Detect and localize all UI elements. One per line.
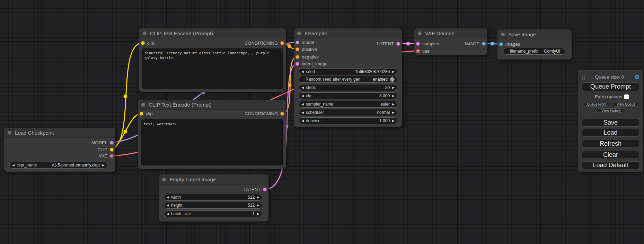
- collapse-dot-icon[interactable]: [8, 131, 11, 135]
- input-slot-positive[interactable]: positive: [295, 47, 317, 52]
- slot-dot[interactable]: [416, 49, 420, 53]
- node-load-checkpoint[interactable]: Load Checkpoint MODEL CLIP VAE ◀ ckpt_na…: [4, 128, 115, 172]
- increment-arrow-icon[interactable]: ▶: [257, 213, 259, 216]
- decrement-arrow-icon[interactable]: ◀: [167, 213, 169, 216]
- decrement-arrow-icon[interactable]: ◀: [301, 111, 304, 114]
- input-slot-model[interactable]: model: [295, 40, 314, 45]
- node-empty-latent-image[interactable]: Empty Latent Image LATENT ◀ width 512 ▶ …: [159, 174, 268, 222]
- input-slot-clip[interactable]: clip: [140, 111, 153, 116]
- decrement-arrow-icon[interactable]: ◀: [12, 164, 15, 167]
- input-slot-clip[interactable]: clip: [141, 40, 154, 45]
- decrement-arrow-icon[interactable]: ◀: [301, 119, 304, 123]
- collapse-dot-icon[interactable]: [297, 31, 301, 35]
- input-slot-images[interactable]: images: [499, 42, 520, 46]
- decrement-arrow-icon[interactable]: ◀: [301, 86, 304, 89]
- output-slot-latent[interactable]: LATENT: [244, 187, 267, 192]
- random-seed-toggle-widget[interactable]: Random seed after every gen enabled: [299, 76, 397, 83]
- slot-dot[interactable]: [396, 42, 400, 46]
- collapse-dot-icon[interactable]: [501, 33, 505, 36]
- view-queue-button[interactable]: View Queue: [612, 102, 640, 107]
- height-widget[interactable]: ◀ height 512 ▶: [164, 202, 262, 209]
- slot-dot[interactable]: [416, 42, 420, 46]
- decrement-arrow-icon[interactable]: ◀: [167, 204, 169, 207]
- increment-arrow-icon[interactable]: ▶: [392, 103, 395, 106]
- collapse-dot-icon[interactable]: [143, 31, 147, 35]
- input-slot-latent-image[interactable]: latent_image: [295, 61, 327, 66]
- increment-arrow-icon[interactable]: ▶: [257, 204, 259, 207]
- node-title-bar[interactable]: Save Image: [497, 29, 572, 39]
- load-button[interactable]: Load: [582, 129, 639, 137]
- node-vae-decode[interactable]: VAE Decode samples vae IMAGE: [414, 28, 487, 55]
- node-clip-text-encode-positive[interactable]: CLIP Text Encode (Prompt) clip CONDITION…: [139, 28, 286, 92]
- slot-dot[interactable]: [499, 42, 503, 46]
- decrement-arrow-icon[interactable]: ◀: [301, 103, 304, 106]
- node-title-bar[interactable]: VAE Decode: [414, 28, 487, 38]
- node-title-bar[interactable]: Load Checkpoint: [4, 128, 115, 138]
- node-ksampler[interactable]: KSampler model positive negative latent_…: [294, 28, 402, 127]
- output-slot-conditioning[interactable]: CONDITIONING: [245, 111, 284, 116]
- cfg-widget[interactable]: ◀ cfg 8.000 ▶: [299, 92, 397, 99]
- save-button[interactable]: Save: [582, 119, 639, 127]
- sampler-name-widget[interactable]: ◀ sampler_name euler ▶: [299, 101, 397, 108]
- node-title-bar[interactable]: CLIP Text Encode (Prompt): [139, 28, 286, 38]
- width-widget[interactable]: ◀ width 512 ▶: [164, 194, 262, 201]
- collapse-dot-icon[interactable]: [162, 178, 166, 181]
- slot-dot[interactable]: [295, 40, 299, 44]
- extra-options-checkbox[interactable]: [624, 94, 629, 99]
- output-slot-model[interactable]: MODEL: [91, 140, 114, 145]
- toggle-knob-icon[interactable]: [390, 77, 395, 82]
- output-slot-conditioning[interactable]: CONDITIONING: [245, 40, 284, 45]
- clear-button[interactable]: Clear: [582, 151, 639, 159]
- refresh-button[interactable]: Refresh: [582, 140, 639, 148]
- increment-arrow-icon[interactable]: ▶: [392, 119, 395, 123]
- slot-dot[interactable]: [110, 154, 114, 158]
- output-slot-image[interactable]: IMAGE: [465, 41, 486, 46]
- steps-widget[interactable]: ◀ steps 20 ▶: [299, 84, 397, 91]
- denoise-widget[interactable]: ◀ denoise 1.000 ▶: [299, 117, 397, 124]
- collapse-dot-icon[interactable]: [141, 103, 145, 107]
- increment-arrow-icon[interactable]: ▶: [392, 111, 395, 114]
- load-default-button[interactable]: Load Default: [582, 161, 639, 169]
- slot-dot[interactable]: [263, 188, 267, 191]
- scheduler-widget[interactable]: ◀ scheduler normal ▶: [299, 109, 397, 116]
- increment-arrow-icon[interactable]: ▶: [392, 94, 395, 98]
- output-slot-latent[interactable]: LATENT: [377, 41, 400, 46]
- seed-widget[interactable]: ◀ seed 156680208700286 ▶: [299, 68, 397, 75]
- input-slot-samples[interactable]: samples: [416, 41, 439, 46]
- node-graph-canvas[interactable]: Load Checkpoint MODEL CLIP VAE ◀ ckpt_na…: [0, 0, 644, 244]
- slot-dot[interactable]: [280, 112, 284, 116]
- input-slot-vae[interactable]: vae: [416, 48, 430, 53]
- collapse-dot-icon[interactable]: [418, 31, 422, 35]
- slot-dot[interactable]: [295, 55, 299, 59]
- decrement-arrow-icon[interactable]: ◀: [301, 94, 304, 98]
- negative-prompt-input[interactable]: text, watermark: [141, 119, 283, 165]
- node-title-bar[interactable]: KSampler: [294, 28, 402, 38]
- queue-front-button[interactable]: Queue Front: [583, 102, 610, 107]
- queue-prompt-button[interactable]: Queue Prompt: [582, 82, 639, 91]
- slot-dot[interactable]: [140, 112, 143, 116]
- decrement-arrow-icon[interactable]: ◀: [167, 196, 169, 199]
- output-slot-clip[interactable]: CLIP: [97, 147, 114, 152]
- drag-handle-icon[interactable]: [581, 74, 585, 80]
- node-title-bar[interactable]: CLIP Text Encode (Prompt): [138, 100, 286, 110]
- decrement-arrow-icon[interactable]: ◀: [301, 70, 304, 73]
- node-clip-text-encode-negative[interactable]: CLIP Text Encode (Prompt) clip CONDITION…: [138, 100, 286, 169]
- batch-size-widget[interactable]: ◀ batch_size 1 ▶: [164, 210, 262, 217]
- increment-arrow-icon[interactable]: ▶: [257, 196, 259, 199]
- slot-dot[interactable]: [141, 41, 145, 45]
- slot-dot[interactable]: [110, 148, 114, 152]
- slot-dot[interactable]: [482, 42, 486, 46]
- filename-prefix-widget[interactable]: filename_prefix ComfyUI: [503, 48, 565, 55]
- increment-arrow-icon[interactable]: ▶: [392, 86, 395, 89]
- input-slot-negative[interactable]: negative: [295, 54, 319, 59]
- node-title-bar[interactable]: Empty Latent Image: [159, 174, 268, 184]
- view-history-button[interactable]: View History: [596, 108, 626, 113]
- settings-gear-icon[interactable]: [634, 74, 640, 80]
- positive-prompt-input[interactable]: beautiful scenery nature glass bottle la…: [142, 48, 283, 89]
- increment-arrow-icon[interactable]: ▶: [392, 70, 395, 73]
- slot-dot[interactable]: [295, 47, 299, 51]
- ckpt-name-widget[interactable]: ◀ ckpt_name v1-5-pruned-emaonly.ckpt ▶: [9, 162, 107, 169]
- slot-dot[interactable]: [295, 62, 299, 66]
- slot-dot[interactable]: [110, 141, 114, 145]
- output-slot-vae[interactable]: VAE: [99, 153, 114, 158]
